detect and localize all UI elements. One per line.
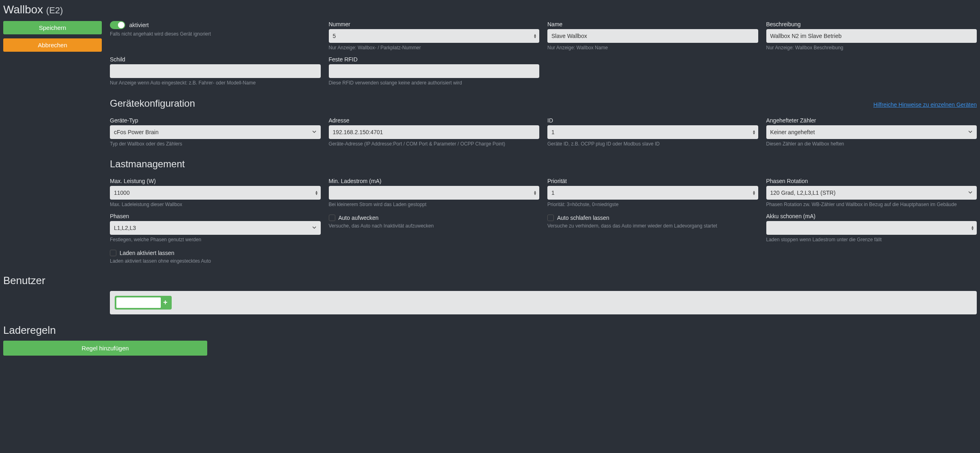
- activated-field: aktiviert Falls nicht angehakt wird dies…: [110, 21, 321, 51]
- auto-wake-field: Auto aufwecken Versuche, das Auto nach I…: [329, 213, 540, 243]
- auto-sleep-field: Auto schlafen lassen Versuche zu verhind…: [547, 213, 758, 243]
- users-heading: Benutzer: [3, 274, 977, 287]
- save-button[interactable]: Speichern: [3, 21, 102, 34]
- activated-toggle[interactable]: [110, 21, 125, 29]
- sidebar: Speichern Abbrechen: [3, 21, 102, 265]
- name-field: Name Nur Anzeige: Wallbox Name: [547, 21, 758, 51]
- activated-help: Falls nicht angehakt wird dieses Gerät i…: [110, 31, 321, 38]
- schild-help: Nur Anzeige wenn Auto eingesteckt: z.B. …: [110, 80, 321, 86]
- min-current-input[interactable]: [329, 186, 540, 200]
- rfid-field: Feste RFID Diese RFID verwenden solange …: [329, 56, 540, 86]
- load-mgmt-heading: Lastmanagement: [110, 158, 977, 170]
- main-content: aktiviert Falls nicht angehakt wird dies…: [110, 21, 977, 265]
- phases-label: Phasen: [110, 213, 321, 219]
- description-input[interactable]: [766, 29, 977, 43]
- schild-label: Schild: [110, 56, 321, 63]
- address-label: Adresse: [329, 117, 540, 124]
- address-field: Adresse Geräte-Adresse (IP Addresse:Port…: [329, 117, 540, 147]
- battery-save-input[interactable]: [766, 221, 977, 235]
- device-type-help: Typ der Wallbox oder des Zählers: [110, 141, 321, 147]
- auto-wake-checkbox[interactable]: [329, 215, 335, 221]
- add-user-control: +: [115, 296, 172, 310]
- phases-help: Festlegen, welche Phasen genutzt werden: [110, 236, 321, 243]
- rfid-help: Diese RFID verwenden solange keine ander…: [329, 80, 540, 86]
- max-power-help: Max. Ladeleistung dieser Wallbox: [110, 201, 321, 208]
- id-field: ID ▴▾ Geräte ID, z.B. OCPP plug ID oder …: [547, 117, 758, 147]
- page-title-main: Wallbox: [3, 3, 43, 16]
- id-help: Geräte ID, z.B. OCPP plug ID oder Modbus…: [547, 141, 758, 147]
- address-help: Geräte-Adresse (IP Addresse:Port / COM P…: [329, 141, 540, 147]
- schild-input[interactable]: [110, 64, 321, 78]
- number-input[interactable]: [329, 29, 540, 43]
- attached-meter-label: Angehefteter Zähler: [766, 117, 977, 124]
- phases-field: Phasen L1,L2,L3 Festlegen, welche Phasen…: [110, 213, 321, 243]
- keep-charging-help: Laden aktiviert lassen ohne eingesteckte…: [110, 258, 321, 265]
- phase-rotation-select[interactable]: 120 Grad, L2,L3,L1 (STR): [766, 186, 977, 200]
- phase-rotation-field: Phasen Rotation 120 Grad, L2,L3,L1 (STR)…: [766, 178, 977, 208]
- device-hints-link[interactable]: Hilfreiche Hinweise zu einzelnen Geräten: [873, 101, 977, 108]
- device-config-section-header: Gerätekonfiguration Hilfreiche Hinweise …: [110, 91, 977, 112]
- auto-wake-help: Versuche, das Auto nach Inaktivität aufz…: [329, 223, 540, 230]
- number-field: Nummer ▴▾ Nur Anzeige: Wallbox- / Parkpl…: [329, 21, 540, 51]
- priority-label: Priorität: [547, 178, 758, 184]
- add-rule-button[interactable]: Regel hinzufügen: [3, 341, 207, 356]
- rfid-label: Feste RFID: [329, 56, 540, 63]
- rules-heading: Laderegeln: [3, 324, 977, 337]
- name-input[interactable]: [547, 29, 758, 43]
- number-label: Nummer: [329, 21, 540, 27]
- priority-input[interactable]: [547, 186, 758, 200]
- device-type-label: Geräte-Typ: [110, 117, 321, 124]
- activated-label: aktiviert: [129, 22, 149, 28]
- attached-meter-select[interactable]: Keiner angeheftet: [766, 125, 977, 139]
- phases-select[interactable]: L1,L2,L3: [110, 221, 321, 235]
- max-power-label: Max. Leistung (W): [110, 178, 321, 184]
- auto-sleep-checkbox[interactable]: [547, 215, 554, 221]
- id-input[interactable]: [547, 125, 758, 139]
- users-panel: +: [110, 291, 977, 314]
- number-help: Nur Anzeige: Wallbox- / Parkplatz-Nummer: [329, 44, 540, 51]
- auto-sleep-help: Versuche zu verhindern, dass das Auto im…: [547, 223, 758, 230]
- min-current-label: Min. Ladestrom (mA): [329, 178, 540, 184]
- rfid-input[interactable]: [329, 64, 540, 78]
- max-power-input[interactable]: [110, 186, 321, 200]
- attached-meter-help: Diesen Zähler an die Wallbox heften: [766, 141, 977, 147]
- cancel-button[interactable]: Abbrechen: [3, 38, 102, 52]
- max-power-field: Max. Leistung (W) ▴▾ Max. Ladeleistung d…: [110, 178, 321, 208]
- add-user-button[interactable]: +: [161, 297, 170, 308]
- add-user-input[interactable]: [116, 297, 161, 308]
- battery-save-field: Akku schonen (mA) ▴▾ Laden stoppen wenn …: [766, 213, 977, 243]
- page-title-sub: (E2): [46, 5, 63, 15]
- description-help: Nur Anzeige: Wallbox Beschreibung: [766, 44, 977, 51]
- priority-help: Priorität: 3=höchste, 0=niedrigste: [547, 201, 758, 208]
- name-help: Nur Anzeige: Wallbox Name: [547, 44, 758, 51]
- device-type-select[interactable]: cFos Power Brain: [110, 125, 321, 139]
- page-title: Wallbox (E2): [3, 0, 977, 21]
- description-field: Beschreibung Nur Anzeige: Wallbox Beschr…: [766, 21, 977, 51]
- keep-charging-checkbox[interactable]: [110, 250, 116, 256]
- device-config-heading: Gerätekonfiguration: [110, 98, 195, 109]
- phase-rotation-label: Phasen Rotation: [766, 178, 977, 184]
- load-mgmt-section-header: Lastmanagement: [110, 152, 977, 173]
- address-input[interactable]: [329, 125, 540, 139]
- min-current-help: Bei kleinerem Strom wird das Laden gesto…: [329, 201, 540, 208]
- name-label: Name: [547, 21, 758, 27]
- auto-wake-label: Auto aufwecken: [339, 215, 379, 221]
- phase-rotation-help: Phasen Rotation zw. WB-Zähler und Wallbo…: [766, 201, 977, 208]
- keep-charging-field: Laden aktiviert lassen Laden aktiviert l…: [110, 248, 321, 265]
- schild-field: Schild Nur Anzeige wenn Auto eingesteckt…: [110, 56, 321, 86]
- battery-save-label: Akku schonen (mA): [766, 213, 977, 219]
- keep-charging-label: Laden aktiviert lassen: [120, 250, 174, 256]
- description-label: Beschreibung: [766, 21, 977, 27]
- priority-field: Priorität ▴▾ Priorität: 3=höchste, 0=nie…: [547, 178, 758, 208]
- attached-meter-field: Angehefteter Zähler Keiner angeheftet Di…: [766, 117, 977, 147]
- auto-sleep-label: Auto schlafen lassen: [557, 215, 609, 221]
- device-type-field: Geräte-Typ cFos Power Brain Typ der Wall…: [110, 117, 321, 147]
- min-current-field: Min. Ladestrom (mA) ▴▾ Bei kleinerem Str…: [329, 178, 540, 208]
- id-label: ID: [547, 117, 758, 124]
- battery-save-help: Laden stoppen wenn Ladestrom unter die G…: [766, 236, 977, 243]
